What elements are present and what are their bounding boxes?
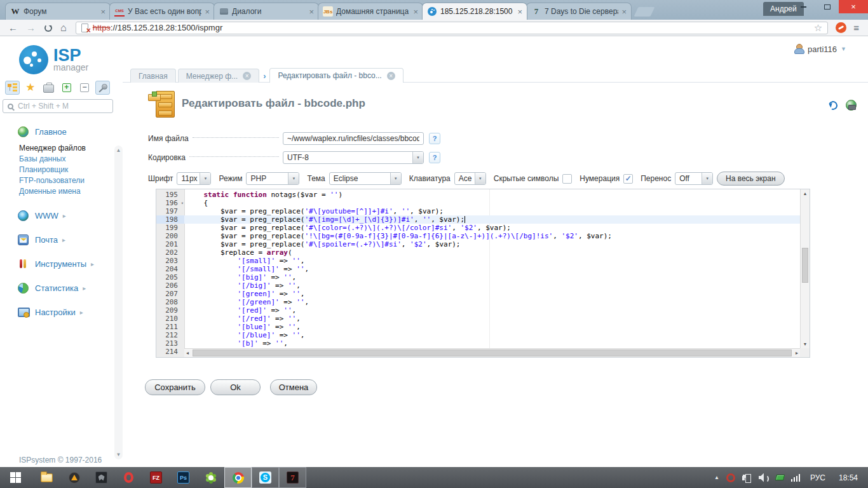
cancel-button[interactable]: Отмена — [270, 379, 317, 395]
code-line[interactable]: 212 '[/blue]' => '', — [156, 331, 810, 339]
sidebar-search[interactable] — [3, 99, 113, 113]
code-line[interactable]: 195 static function notags($var = '') — [156, 191, 810, 199]
pin-menu-button[interactable] — [95, 81, 110, 95]
tab-close-icon[interactable] — [243, 72, 251, 80]
briefcase-button[interactable] — [41, 81, 56, 95]
editor-horizontal-scrollbar[interactable] — [184, 348, 800, 357]
code-line[interactable]: 198 $var = preg_replace('#\[img=[\d]+_[\… — [156, 215, 810, 224]
vertical-scrollbar-thumb[interactable] — [802, 248, 808, 283]
language-indicator[interactable]: РУС — [810, 473, 825, 482]
window-restore-button[interactable] — [815, 0, 839, 13]
globe-icon[interactable] — [846, 100, 857, 111]
user-menu[interactable]: parti116 — [794, 44, 846, 54]
scroll-up-icon[interactable] — [114, 147, 123, 153]
bookmark-star-icon[interactable] — [814, 22, 822, 34]
search-input[interactable] — [18, 102, 112, 111]
browser-tab[interactable]: WФорум — [5, 3, 111, 20]
sevendays-taskbar-button[interactable] — [279, 467, 306, 488]
code-editor[interactable]: 195 static function notags($var = '')196… — [156, 189, 810, 358]
tab-close-icon[interactable] — [517, 8, 522, 16]
tab-close-icon[interactable] — [309, 8, 314, 16]
tab-close-icon[interactable] — [387, 72, 395, 80]
volume-tray-icon[interactable] — [759, 473, 769, 482]
explorer-taskbar-button[interactable] — [33, 467, 60, 488]
sidebar-item[interactable]: FTP-пользователи — [19, 175, 114, 186]
reload-icon[interactable] — [44, 24, 52, 32]
clock[interactable]: 18:54 — [839, 473, 858, 482]
sidebar-item[interactable]: Базы данных — [19, 154, 114, 165]
tab-close-icon[interactable] — [205, 8, 210, 16]
code-line[interactable]: 202 $replace = array( — [156, 248, 810, 257]
sidebar-item[interactable]: Доменные имена — [19, 186, 114, 197]
scroll-right-icon[interactable] — [796, 350, 798, 356]
tab-close-icon[interactable] — [100, 8, 105, 16]
tray-expand-icon[interactable] — [714, 475, 719, 480]
collapse-all-button[interactable] — [77, 81, 92, 95]
encoding-select[interactable]: UTF-8 — [283, 151, 424, 164]
icq-taskbar-button[interactable] — [197, 467, 224, 488]
browser-tab[interactable]: CMSУ Вас есть один вопрос? — [109, 3, 215, 20]
code-line[interactable]: 204 '[/small]' => '', — [156, 265, 810, 273]
filename-help-button[interactable]: ? — [429, 133, 440, 144]
hidden-symbols-checkbox[interactable] — [562, 174, 572, 184]
filename-input[interactable] — [283, 132, 424, 145]
code-line[interactable]: 213 '[b]' => '', — [156, 339, 810, 348]
numbering-checkbox[interactable]: ✓ — [623, 174, 633, 184]
font-size-select[interactable]: 11px — [177, 172, 211, 185]
wrap-select[interactable]: Off — [675, 172, 713, 185]
code-line[interactable]: 203 '[small]' => '', — [156, 257, 810, 265]
start-button[interactable] — [2, 467, 29, 488]
back-icon[interactable]: ← — [8, 23, 18, 32]
network-utility-tray-icon[interactable] — [775, 475, 785, 480]
code-line[interactable]: 209 '[red]' => '', — [156, 306, 810, 315]
forward-icon[interactable]: → — [26, 23, 36, 32]
sidebar-section-header[interactable]: Почта▸ — [18, 234, 114, 245]
code-line[interactable]: 196▾ { — [156, 199, 810, 207]
tree-view-button[interactable] — [5, 81, 20, 95]
mode-select[interactable]: PHP — [246, 172, 299, 185]
expand-all-button[interactable] — [59, 81, 74, 95]
code-line[interactable]: 201 $var = preg_replace('#\[spoiler=(.+?… — [156, 240, 810, 248]
browser-menu-icon[interactable] — [853, 22, 859, 33]
opera-taskbar-button[interactable] — [115, 467, 142, 488]
browser-tab[interactable]: 185.125.218.28:1500 — [422, 3, 527, 20]
tab-close-icon[interactable] — [413, 8, 418, 16]
browser-tab[interactable]: JBsДомашняя страница - bi — [318, 3, 423, 20]
sidebar-section-header[interactable]: Главное — [18, 126, 114, 137]
code-line[interactable]: 207 '[green]' => '', — [156, 290, 810, 298]
signal-bars-tray-icon[interactable] — [791, 474, 801, 482]
sidebar-section-header[interactable]: Инструменты▸ — [18, 259, 114, 269]
sidebar-scrollbar[interactable] — [114, 146, 123, 459]
code-line[interactable]: 200 $var = preg_replace('!\[bg=(#[0-9a-f… — [156, 232, 810, 240]
alert-taskbar-button[interactable] — [60, 467, 88, 488]
encoding-help-button[interactable]: ? — [429, 152, 440, 163]
code-line[interactable]: 206 '[/big]' => '', — [156, 281, 810, 290]
sidebar-item[interactable]: Планировщик — [19, 165, 114, 175]
code-line[interactable]: 210 '[/red]' => '', — [156, 315, 810, 323]
tab-close-icon[interactable] — [621, 8, 627, 16]
sidebar-section-header[interactable]: WWW▸ — [18, 210, 114, 221]
scroll-up-icon[interactable] — [801, 191, 810, 196]
keyboard-select[interactable]: Ace — [454, 172, 486, 185]
code-line[interactable]: 208 '[/green]' => '', — [156, 298, 810, 306]
extension-icon[interactable] — [836, 22, 846, 33]
sidebar-section-header[interactable]: Статистика▸ — [18, 283, 114, 294]
chrome-taskbar-button[interactable] — [224, 467, 252, 488]
new-tab-button[interactable] — [634, 7, 655, 17]
refresh-icon[interactable] — [827, 99, 839, 111]
editor-vertical-scrollbar[interactable] — [800, 189, 810, 348]
photoshop-taskbar-button[interactable] — [170, 467, 197, 488]
window-minimize-button[interactable] — [792, 0, 815, 13]
scroll-down-icon[interactable] — [801, 342, 810, 346]
filezilla-taskbar-button[interactable] — [142, 467, 170, 488]
red-ring-tray-icon[interactable] — [726, 473, 735, 482]
skype-taskbar-button[interactable] — [252, 467, 279, 488]
content-tab[interactable]: Главная — [130, 69, 176, 83]
save-button[interactable]: Сохранить — [145, 379, 205, 395]
browser-tab[interactable]: 77 Days to Die сервера — [526, 3, 632, 20]
content-tab[interactable]: Редактировать файл - bbco... — [269, 68, 403, 83]
browser-tab[interactable]: Диалоги — [214, 3, 319, 20]
window-close-button[interactable] — [839, 0, 868, 13]
sidebar-item[interactable]: Менеджер файлов — [19, 143, 114, 154]
home-icon[interactable]: ⌂ — [60, 23, 67, 33]
